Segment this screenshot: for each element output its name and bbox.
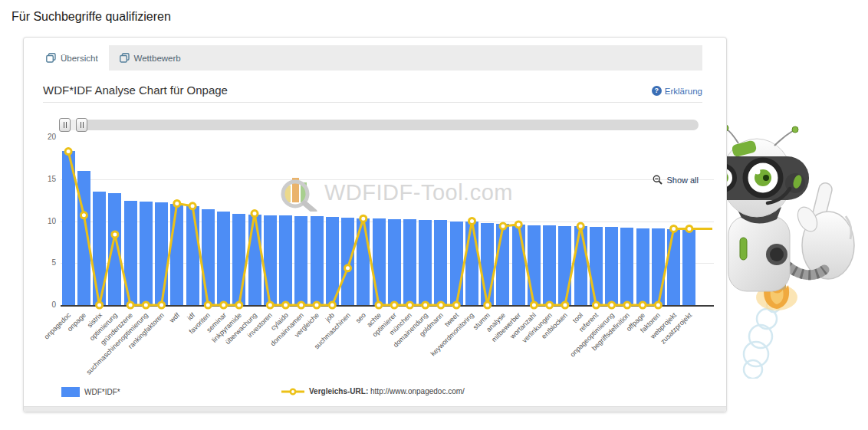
- line-marker: [314, 302, 320, 308]
- line-marker: [438, 302, 444, 308]
- line-marker: [65, 149, 71, 155]
- pages-icon: [120, 53, 130, 63]
- line-marker: [453, 302, 459, 308]
- line-marker: [283, 302, 289, 308]
- y-tick-label: 20: [35, 133, 56, 141]
- line-marker: [422, 302, 429, 308]
- tab-wettbewerb[interactable]: Wettbewerb: [109, 45, 192, 71]
- line-marker: [97, 302, 103, 308]
- y-tick-label: 10: [35, 217, 56, 225]
- tab-label: Übersicht: [61, 54, 98, 63]
- analysis-panel: Übersicht Wettbewerb WDF*IDF Analyse Cha…: [23, 37, 727, 412]
- line-marker: [500, 223, 506, 229]
- tab-uebersicht[interactable]: Übersicht: [35, 45, 109, 71]
- line-marker: [639, 302, 646, 308]
- line-marker: [671, 225, 677, 231]
- line-marker: [360, 215, 367, 222]
- line-marker: [577, 223, 584, 229]
- line-marker: [485, 302, 491, 308]
- panel-footer: [24, 406, 726, 412]
- panel-title: WDF*IDF Analyse Chart für Onpage: [43, 84, 228, 97]
- line-marker: [112, 231, 118, 238]
- line-marker: [345, 265, 351, 271]
- tab-label: Wettbewerb: [134, 54, 181, 63]
- robot-mascot: [709, 124, 868, 379]
- question-mark-circle-icon: ?: [652, 86, 662, 96]
- line-marker: [593, 302, 599, 308]
- line-marker: [469, 218, 475, 225]
- line-marker: [376, 302, 382, 308]
- range-slider-handle-right[interactable]: [76, 118, 87, 132]
- chart-area: WDFIDF-Tool.com Show all 05101520 onpage…: [24, 102, 728, 401]
- line-marker: [221, 302, 227, 308]
- line-marker: [174, 201, 180, 207]
- line-marker: [236, 302, 242, 308]
- line-marker: [407, 302, 413, 308]
- line-marker: [391, 302, 397, 308]
- line-marker: [205, 302, 211, 308]
- line-marker: [624, 302, 630, 308]
- magnifier-minus-icon: [653, 175, 663, 185]
- explain-label: Erklärung: [665, 87, 702, 96]
- show-all-label: Show all: [666, 176, 699, 185]
- y-tick-label: 15: [35, 175, 56, 183]
- range-slider-track[interactable]: [61, 120, 699, 130]
- explain-link[interactable]: ? Erklärung: [652, 86, 702, 96]
- line-marker: [562, 302, 568, 308]
- x-axis-labels: onpagedoconpagesistrixoptimierunggründer…: [61, 311, 714, 396]
- line-marker: [686, 225, 692, 231]
- line-marker: [189, 203, 196, 209]
- pages-icon: [46, 53, 56, 63]
- range-slider-handle-left[interactable]: [59, 118, 71, 132]
- line-marker: [252, 211, 258, 217]
- page-title: Für Suchbegriffe qualifizieren: [12, 10, 171, 24]
- line-marker: [655, 302, 661, 308]
- line-marker: [515, 222, 521, 228]
- comparison-line-series: [61, 137, 714, 305]
- y-tick-label: 0: [35, 300, 56, 309]
- robot-hand: [794, 182, 854, 279]
- line-marker: [81, 212, 87, 218]
- line-marker: [547, 302, 553, 308]
- line-marker: [143, 302, 149, 308]
- show-all-button[interactable]: Show all: [653, 175, 699, 185]
- robot-chest-light: [740, 238, 747, 260]
- line-marker: [609, 302, 615, 308]
- y-tick-label: 5: [35, 258, 56, 267]
- line-marker: [531, 302, 537, 308]
- tabbar: Übersicht Wettbewerb: [35, 45, 702, 71]
- line-marker: [267, 302, 273, 308]
- line-marker: [298, 302, 304, 308]
- line-marker: [127, 302, 133, 308]
- line-marker: [329, 302, 335, 308]
- line-marker: [159, 302, 165, 308]
